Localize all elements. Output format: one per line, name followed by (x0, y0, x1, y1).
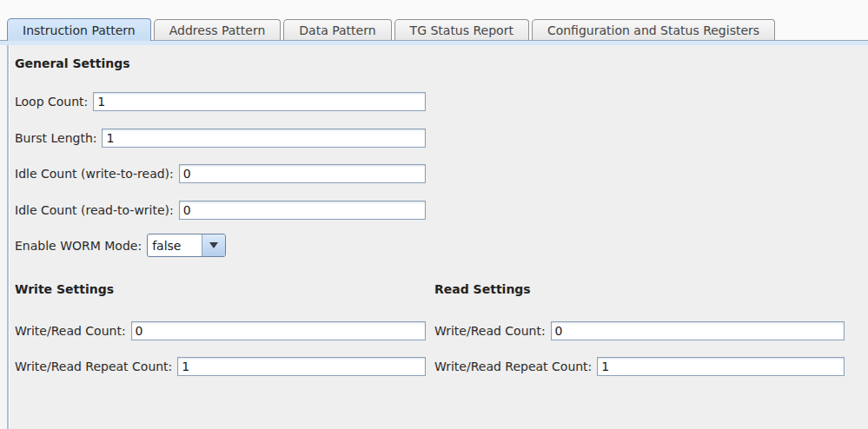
write-repeat-count-label: Write/Read Repeat Count: (15, 360, 172, 373)
write-count-row: Write/Read Count: (15, 321, 426, 340)
worm-mode-dropdown-button[interactable] (202, 234, 225, 256)
idle-count-read-to-write-row: Idle Count (read-to-write): (15, 201, 426, 220)
tab-label: Configuration and Status Registers (547, 23, 759, 37)
write-repeat-count-row: Write/Read Repeat Count: (15, 357, 426, 376)
idle-count-write-to-read-input[interactable] (179, 164, 426, 183)
read-count-label: Write/Read Count: (434, 324, 546, 338)
dropdown-arrow-icon (209, 242, 218, 248)
write-read-settings-section: Write Settings Write/Read Count: Write/R… (15, 257, 859, 376)
tab-label: TG Status Report (410, 23, 514, 37)
write-repeat-count-input[interactable] (177, 357, 426, 376)
burst-length-label: Burst Length: (15, 131, 96, 145)
enable-worm-mode-row: Enable WORM Mode: false (15, 234, 859, 257)
idle-count-write-to-read-row: Idle Count (write-to-read): (15, 164, 426, 183)
read-count-input[interactable] (551, 321, 845, 340)
worm-mode-selected-value: false (148, 234, 202, 256)
burst-length-input[interactable] (102, 129, 426, 148)
loop-count-input[interactable] (93, 92, 426, 111)
read-settings-column: Read Settings Write/Read Count: Write/Re… (434, 257, 845, 376)
burst-length-row: Burst Length: (15, 129, 426, 148)
write-count-label: Write/Read Count: (15, 324, 126, 338)
worm-mode-select[interactable]: false (147, 234, 226, 257)
idle-count-write-to-read-label: Idle Count (write-to-read): (15, 167, 174, 181)
loop-count-row: Loop Count: (15, 92, 426, 111)
enable-worm-mode-label: Enable WORM Mode: (15, 239, 142, 253)
instruction-pattern-panel: General Settings Loop Count: Burst Lengt… (7, 45, 868, 429)
general-settings-heading: General Settings (15, 56, 859, 70)
write-settings-heading: Write Settings (15, 282, 426, 296)
read-count-row: Write/Read Count: (434, 321, 845, 340)
tab-address-pattern[interactable]: Address Pattern (154, 19, 282, 40)
write-count-input[interactable] (131, 321, 426, 340)
tab-data-pattern[interactable]: Data Pattern (283, 19, 391, 40)
idle-count-read-to-write-input[interactable] (179, 201, 426, 220)
tab-label: Data Pattern (299, 23, 375, 37)
read-settings-heading: Read Settings (434, 282, 845, 296)
tab-configuration-and-status-registers[interactable]: Configuration and Status Registers (532, 19, 775, 40)
read-repeat-count-label: Write/Read Repeat Count: (434, 360, 592, 373)
idle-count-read-to-write-label: Idle Count (read-to-write): (15, 203, 174, 217)
tab-tg-status-report[interactable]: TG Status Report (394, 19, 529, 40)
tab-label: Instruction Pattern (23, 23, 136, 37)
write-settings-column: Write Settings Write/Read Count: Write/R… (15, 257, 426, 376)
read-repeat-count-row: Write/Read Repeat Count: (434, 357, 845, 376)
tab-instruction-pattern[interactable]: Instruction Pattern (7, 18, 151, 41)
loop-count-label: Loop Count: (15, 95, 88, 109)
read-repeat-count-input[interactable] (597, 357, 845, 376)
tab-label: Address Pattern (169, 23, 266, 37)
tab-strip: Instruction Pattern Address Pattern Data… (0, 0, 868, 40)
